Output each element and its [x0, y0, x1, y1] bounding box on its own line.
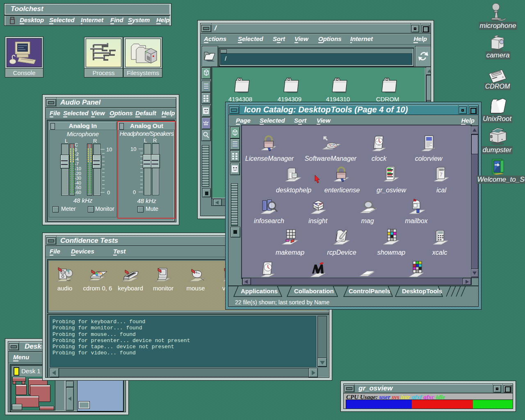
- svg-text:10: 10: [130, 146, 136, 152]
- svg-text:DesktopTools: DesktopTools: [402, 288, 442, 294]
- svg-text:Applications: Applications: [241, 288, 278, 294]
- svg-text:0: 0: [133, 189, 136, 195]
- svg-text:7: 7: [440, 172, 443, 178]
- svg-text:10: 10: [106, 146, 112, 153]
- svg-text:MAY: MAY: [439, 169, 445, 171]
- svg-text:Collaboration: Collaboration: [294, 288, 334, 294]
- svg-text:ControlPanels: ControlPanels: [349, 288, 390, 294]
- svg-text:0: 0: [107, 189, 110, 196]
